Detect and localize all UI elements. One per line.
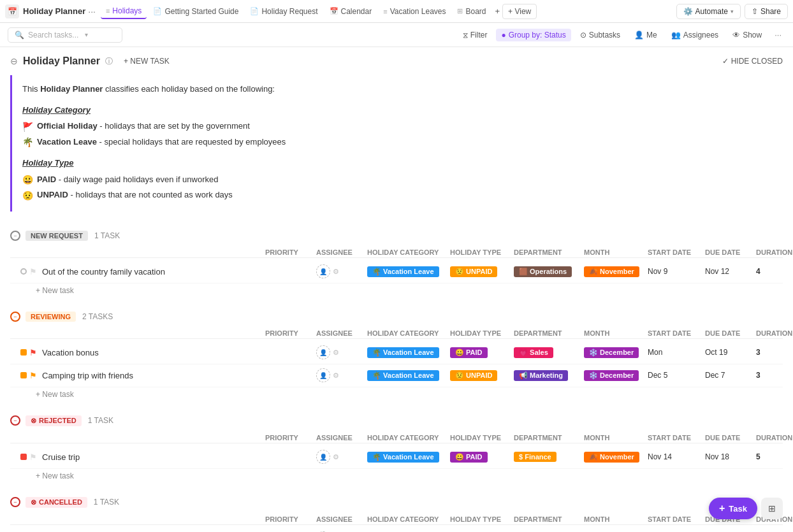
holiday-cat-pill: 🌴 Vacation Leave <box>367 452 439 463</box>
task-row[interactable]: ⚑ Triathlon Competition 👤 ⚙ 🌴 Vacation L… <box>10 528 783 532</box>
assignees-button[interactable]: 👥 Assignees <box>666 29 724 41</box>
task-holiday-cat-cell: 🌴 Vacation Leave <box>367 452 450 463</box>
col-due-hdr: DUE DATE <box>705 329 756 337</box>
show-button[interactable]: 👁 Show <box>727 29 767 41</box>
automate-chevron: ▾ <box>731 8 734 15</box>
hide-closed-button[interactable]: ✓ HIDE CLOSED <box>722 57 783 66</box>
new-task-button[interactable]: + NEW TASK <box>118 55 175 68</box>
tab-icon-board: ⊞ <box>457 7 463 15</box>
section-count-cancelled: 1 TASK <box>94 498 119 507</box>
automate-button[interactable]: ⚙️ Automate ▾ <box>676 4 741 19</box>
section-header-new-request: −NEW REQUEST1 TASK <box>10 227 783 245</box>
holiday-type-pill: 😀 PAID <box>450 347 488 358</box>
col-month-hdr: MONTH <box>584 515 648 523</box>
col-holiday-type-hdr: HOLIDAY TYPE <box>450 329 514 337</box>
task-holiday-cat-cell: 🌴 Vacation Leave <box>367 347 450 358</box>
page-header: ⊖ Holiday Planner ⓘ + NEW TASK ✓ HIDE CL… <box>10 55 783 68</box>
page-info-icon[interactable]: ⓘ <box>105 56 113 67</box>
search-dropdown-icon[interactable]: ▾ <box>85 31 88 38</box>
task-row[interactable]: ⚑ Cruise trip 👤 ⚙ 🌴 Vacation Leave 😀 PAI… <box>10 446 783 469</box>
task-start-date-cell: Nov 9 <box>648 267 705 276</box>
tab-label-vacation-leaves: Vacation Leaves <box>390 7 446 16</box>
subtasks-icon: ⊙ <box>580 31 586 40</box>
nav-tab-view[interactable]: + View <box>502 4 537 19</box>
col-month-hdr: MONTH <box>584 329 648 337</box>
app-menu-dots[interactable]: ··· <box>88 6 96 17</box>
tab-icon-holiday-request: 📄 <box>250 7 259 15</box>
section-toggle-new-request[interactable]: − <box>10 231 20 241</box>
add-task-fab[interactable]: + Task <box>709 498 757 519</box>
col-dept-hdr: DEPARTMENT <box>514 248 584 256</box>
type-item-paid: 😀 PAID - daily wage paid holidays even i… <box>22 173 382 187</box>
task-status-dot <box>20 349 27 356</box>
me-icon: 👤 <box>634 31 644 40</box>
col-headers-cancelled: PRIORITY ASSIGNEE HOLIDAY CATEGORY HOLID… <box>10 514 783 525</box>
add-task-link-rejected[interactable]: + New task <box>10 469 783 483</box>
nav-tab-holidays[interactable]: ≡Holidays <box>101 4 147 19</box>
group-by-button[interactable]: ● Group by: Status <box>496 29 571 41</box>
section-header-reviewing: −REVIEWING2 TASKS <box>10 308 783 326</box>
task-due-date-cell: Oct 19 <box>705 348 756 357</box>
section-header-rejected: −⊗ REJECTED1 TASK <box>10 412 783 430</box>
task-duration-cell: 4 <box>756 267 793 276</box>
me-button[interactable]: 👤 Me <box>629 29 662 41</box>
col-holiday-type-hdr: HOLIDAY TYPE <box>450 248 514 256</box>
type-title: Holiday Type <box>22 157 382 170</box>
col-assignee-hdr: ASSIGNEE <box>316 329 367 337</box>
col-month-hdr: MONTH <box>584 434 648 442</box>
top-nav: 📅 Holiday Planner ··· ≡Holidays📄Getting … <box>0 0 793 23</box>
page-collapse-icon[interactable]: ⊖ <box>10 56 18 66</box>
share-icon: ⇧ <box>752 7 758 16</box>
task-name: Cruise trip <box>42 452 80 462</box>
task-row[interactable]: ⚑ Camping trip with friends 👤 ⚙ 🌴 Vacati… <box>10 364 783 387</box>
tab-label-holiday-request: Holiday Request <box>261 7 317 16</box>
task-holiday-type-cell: 😀 PAID <box>450 347 514 358</box>
nav-tab-calendar[interactable]: 📅Calendar <box>324 4 377 18</box>
section-toggle-cancelled[interactable]: − <box>10 497 20 507</box>
share-button[interactable]: ⇧ Share <box>745 4 788 19</box>
assignee-avatar: 👤 <box>316 368 330 382</box>
col-duration-hdr: DURATION (DAYS) <box>756 434 793 442</box>
assignee-avatar: 👤 <box>316 264 330 278</box>
task-name: Out of the country family vacation <box>42 267 165 277</box>
month-pill: 🍂 November <box>584 266 639 277</box>
col-start-hdr: START DATE <box>648 248 705 256</box>
task-row[interactable]: ⚑ Vacation bonus 👤 ⚙ 🌴 Vacation Leave 😀 … <box>10 341 783 364</box>
grid-view-button[interactable]: ⊞ <box>761 498 783 519</box>
task-name: Vacation bonus <box>42 348 99 357</box>
task-row[interactable]: ⚑ Out of the country family vacation 👤 ⚙… <box>10 261 783 284</box>
nav-tab-board[interactable]: ⊞Board <box>452 4 491 18</box>
task-holiday-cat-cell: 🌴 Vacation Leave <box>367 266 450 277</box>
paid-emoji: 😀 <box>22 173 33 187</box>
assignee-icon: 👤 <box>319 372 327 379</box>
col-start-hdr: START DATE <box>648 329 705 337</box>
holiday-cat-pill: 🌴 Vacation Leave <box>367 266 439 277</box>
toolbar-more-button[interactable]: ··· <box>771 28 785 41</box>
task-due-date-cell: Dec 7 <box>705 371 756 380</box>
badge-icon-rejected: ⊗ <box>31 417 36 425</box>
nav-tab-holiday-request[interactable]: 📄Holiday Request <box>245 4 323 18</box>
task-holiday-type-cell: 😟 UNPAID <box>450 266 514 277</box>
add-task-link-new-request[interactable]: + New task <box>10 284 783 298</box>
col-due-hdr: DUE DATE <box>705 434 756 442</box>
flag-icon: ⚑ <box>29 371 37 380</box>
col-duration-hdr: DURATION (DAYS) <box>756 248 793 256</box>
holiday-type-pill: 😟 UNPAID <box>450 266 497 277</box>
assignee-settings-icon: ⚙ <box>333 349 339 357</box>
add-task-link-reviewing[interactable]: + New task <box>10 387 783 401</box>
search-input[interactable]: 🔍 Search tasks... ▾ <box>8 27 122 43</box>
nav-tab-vacation-leaves[interactable]: ≡Vacation Leaves <box>378 4 451 18</box>
grid-icon: ⊞ <box>768 503 776 514</box>
section-toggle-reviewing[interactable]: − <box>10 312 20 322</box>
show-icon: 👁 <box>732 31 740 40</box>
section-badge-rejected: ⊗ REJECTED <box>25 415 82 426</box>
filter-button[interactable]: ⧖ Filter <box>458 29 493 41</box>
task-start-date-cell: Dec 5 <box>648 371 705 380</box>
tab-icon-getting-started: 📄 <box>153 7 162 15</box>
col-dept-hdr: DEPARTMENT <box>514 434 584 442</box>
subtasks-button[interactable]: ⊙ Subtasks <box>575 29 625 41</box>
nav-tab-getting-started[interactable]: 📄Getting Started Guide <box>148 4 244 18</box>
section-toggle-rejected[interactable]: − <box>10 415 20 426</box>
holiday-cat-pill: 🌴 Vacation Leave <box>367 347 439 358</box>
flag-placeholder: ⚑ <box>29 267 37 277</box>
